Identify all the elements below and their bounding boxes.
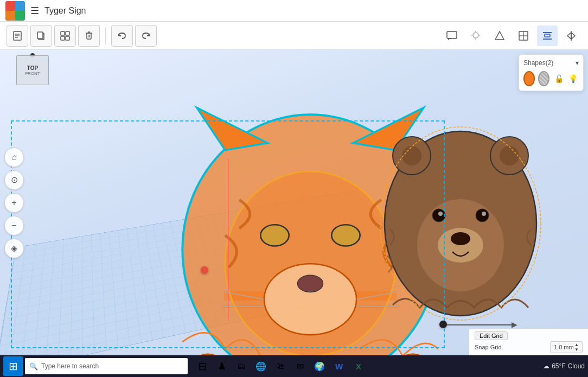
taskbar-right: ☁ 65°F Cloud: [543, 362, 585, 370]
svg-point-50: [476, 209, 489, 222]
align-button[interactable]: [537, 25, 558, 46]
shape-unlock-button[interactable]: 🔓: [553, 73, 565, 85]
red-handle-dot[interactable]: [201, 266, 208, 274]
word-app[interactable]: W: [330, 356, 348, 376]
grid-bar: Edit Grid Snap Grid 1.0 mm ▲ ▼: [469, 329, 588, 355]
shapes-panel-title: Shapes(2): [523, 59, 553, 67]
edit-grid-button[interactable]: Edit Grid: [475, 331, 508, 340]
taskbar-icons: ⊟ ♟ 🗂 🌐 🛍 ✉ 🌍 W X: [193, 356, 368, 376]
svg-point-48: [500, 146, 519, 165]
svg-rect-15: [447, 31, 457, 39]
zoom-out-button[interactable]: −: [4, 216, 24, 235]
search-placeholder: Type here to search: [41, 362, 99, 370]
toolbar: [0, 22, 588, 50]
store-app[interactable]: 🛍: [271, 356, 290, 376]
svg-marker-21: [495, 31, 504, 40]
weather-icon: ☁: [543, 362, 549, 370]
svg-rect-26: [545, 34, 550, 37]
undo-button[interactable]: [111, 25, 133, 47]
svg-rect-10: [87, 33, 91, 39]
snap-value-text: 1.0 mm: [554, 344, 574, 350]
svg-rect-7: [66, 31, 69, 35]
svg-marker-30: [571, 33, 575, 39]
svg-point-35: [260, 225, 289, 246]
weather-label: Cloud: [568, 362, 585, 370]
svg-rect-8: [61, 36, 65, 40]
toolbar-right: [442, 25, 581, 46]
taskbar: ⊞ 🔍 Type here to search ⊟ ♟ 🗂 🌐 🛍 ✉ 🌍 W …: [0, 355, 588, 377]
chat-button[interactable]: [442, 25, 462, 46]
snap-grid-label: Snap Grid: [475, 344, 502, 350]
zoom-in-button[interactable]: +: [4, 193, 24, 213]
cube-top-label: TOP: [27, 65, 38, 71]
snap-arrows[interactable]: ▲ ▼: [574, 342, 579, 352]
svg-rect-5: [37, 32, 43, 39]
search-icon: 🔍: [29, 362, 38, 370]
redo-button[interactable]: [135, 25, 157, 47]
cube-front-label: FRONT: [25, 71, 40, 76]
view3d-button[interactable]: [513, 25, 534, 46]
copy-button[interactable]: [30, 25, 52, 47]
svg-point-38: [297, 275, 323, 292]
home-view-button[interactable]: ⌂: [4, 148, 24, 167]
shape-solid-button[interactable]: [523, 71, 535, 86]
svg-point-16: [473, 33, 478, 38]
menu-icon[interactable]: ☰: [30, 5, 39, 17]
shape-visible-button[interactable]: 💡: [567, 73, 579, 85]
shapes-chevron[interactable]: ▾: [576, 59, 579, 67]
arrow-indicator: [447, 324, 512, 325]
shape-button[interactable]: [489, 25, 510, 46]
main-area: TOP FRONT ⌂ ⊙ + − ◈: [0, 50, 588, 355]
group-button[interactable]: [54, 25, 76, 47]
vertical-axis-line: [228, 158, 228, 321]
svg-point-49: [432, 209, 445, 222]
svg-point-52: [482, 212, 486, 216]
weather-temp: 65°F: [552, 362, 565, 370]
mirror-button[interactable]: [561, 25, 581, 46]
chrome-browser[interactable]: 🌍: [310, 356, 329, 376]
svg-point-37: [264, 264, 356, 335]
bear-shape[interactable]: [376, 120, 545, 327]
app-title: Tyger Sign: [44, 6, 86, 16]
svg-point-54: [451, 232, 470, 245]
task-view-button[interactable]: ⊟: [193, 356, 212, 376]
shapes-panel: Shapes(2) ▾ 🔓 💡: [519, 54, 584, 91]
start-button[interactable]: ⊞: [3, 356, 23, 376]
chess-app[interactable]: ♟: [213, 356, 231, 376]
viewport[interactable]: TOP FRONT ⌂ ⊙ + − ◈: [0, 50, 588, 355]
shape-hole-button[interactable]: [538, 71, 549, 86]
svg-point-51: [438, 212, 443, 216]
delete-button[interactable]: [78, 25, 100, 47]
shapes-header: Shapes(2) ▾: [523, 59, 579, 67]
fit-view-button[interactable]: ⊙: [4, 170, 24, 190]
file-explorer[interactable]: 🗂: [232, 356, 251, 376]
view-cube[interactable]: TOP FRONT: [11, 55, 54, 99]
edge-browser[interactable]: 🌐: [252, 356, 270, 376]
svg-point-47: [402, 146, 421, 165]
snap-grid-row: Snap Grid 1.0 mm ▲ ▼: [475, 341, 583, 353]
svg-rect-6: [61, 31, 65, 35]
tinkercad-logo[interactable]: [5, 1, 25, 21]
mail-app[interactable]: ✉: [291, 356, 309, 376]
perspective-button[interactable]: ◈: [4, 239, 24, 258]
black-handle-dot[interactable]: [439, 321, 447, 328]
toolbar-separator: [105, 27, 106, 44]
view-cube-box[interactable]: TOP FRONT: [16, 55, 49, 85]
excel-app[interactable]: X: [349, 356, 368, 376]
snap-grid-value[interactable]: 1.0 mm ▲ ▼: [550, 341, 583, 353]
svg-rect-9: [66, 36, 69, 40]
light-button[interactable]: [465, 25, 486, 46]
taskbar-search[interactable]: 🔍 Type here to search: [25, 358, 188, 374]
new-button[interactable]: [7, 25, 28, 47]
edit-grid-row: Edit Grid: [475, 331, 583, 340]
svg-point-36: [331, 225, 360, 246]
title-bar: ☰ Tyger Sign: [0, 0, 588, 22]
sidenav: ⌂ ⊙ + − ◈: [4, 148, 24, 258]
svg-marker-29: [567, 33, 571, 39]
weather-display: ☁ 65°F Cloud: [543, 362, 585, 370]
